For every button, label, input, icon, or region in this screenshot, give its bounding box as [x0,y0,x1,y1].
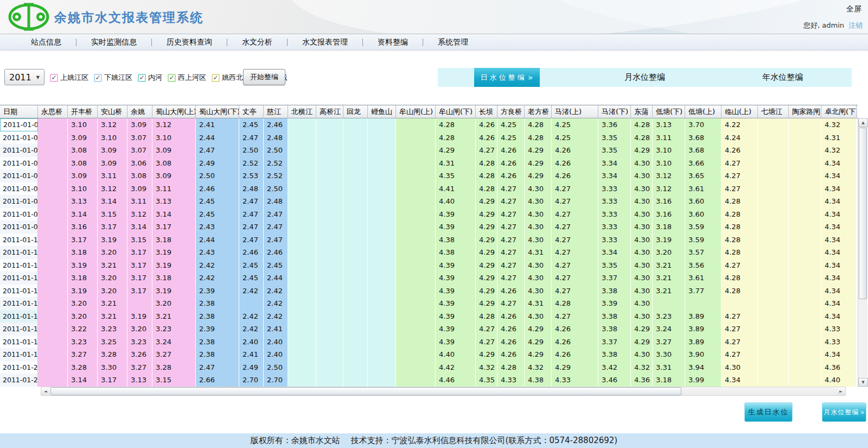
table-cell[interactable]: 3.07 [127,144,152,157]
table-cell[interactable]: 2.42 [264,285,288,298]
table-cell[interactable]: 2.45 [239,259,264,272]
table-cell[interactable]: 4.28 [476,182,497,195]
table-cell[interactable]: 3.10 [68,182,98,195]
table-cell[interactable]: 4.27 [552,285,598,298]
table-cell[interactable] [316,272,343,285]
table-cell[interactable]: 4.26 [552,336,598,349]
table-cell[interactable] [368,208,396,221]
table-cell[interactable]: 3.15 [127,234,152,247]
table-cell[interactable] [722,297,758,310]
table-cell[interactable]: 3.13 [152,195,196,208]
table-cell[interactable] [343,234,368,247]
table-cell[interactable]: 3.20 [127,323,152,336]
table-cell[interactable] [343,182,368,195]
table-cell[interactable] [288,131,316,144]
table-cell[interactable]: 3.35 [598,144,631,157]
table-cell[interactable]: 4.27 [552,272,598,285]
table-cell[interactable]: 4.26 [552,348,598,361]
table-cell[interactable]: 4.28 [476,310,497,323]
table-cell[interactable]: 4.29 [476,348,497,361]
table-cell[interactable] [368,374,396,387]
table-cell[interactable]: 4.39 [436,272,476,285]
table-cell[interactable] [316,220,343,234]
table-cell[interactable]: 4.27 [497,220,525,234]
table-cell[interactable]: 3.37 [598,272,631,285]
table-cell[interactable] [789,234,821,247]
table-cell[interactable]: 4.26 [552,323,598,336]
table-cell[interactable]: 3.68 [685,131,722,144]
table-cell[interactable]: 4.29 [525,144,552,157]
table-cell[interactable]: 3.19 [68,259,98,272]
table-cell[interactable]: 3.16 [653,195,685,208]
table-cell[interactable] [396,246,436,259]
table-cell[interactable]: 4.28 [722,195,758,208]
table-cell[interactable]: 2.38 [196,336,239,349]
table-cell[interactable]: 3.57 [685,246,722,259]
table-cell[interactable]: 3.38 [598,285,631,298]
table-cell[interactable] [343,323,368,336]
table-cell[interactable]: 3.17 [127,246,152,259]
table-cell[interactable]: 2.42 [239,285,264,298]
date-cell[interactable]: 2011-01-01 [0,118,38,131]
table-cell[interactable]: 4.36 [821,361,857,374]
table-cell[interactable]: 3.11 [98,169,127,182]
table-cell[interactable] [789,259,821,272]
table-cell[interactable]: 4.34 [821,348,857,361]
table-cell[interactable]: 4.27 [552,195,598,208]
table-cell[interactable]: 3.17 [127,272,152,285]
table-cell[interactable]: 4.27 [476,336,497,349]
table-cell[interactable]: 4.27 [497,297,525,310]
table-cell[interactable]: 3.34 [598,157,631,170]
monthly-compile-button[interactable]: 月水位整编» [822,402,866,422]
date-cell[interactable]: 2011-01-15 [0,297,38,310]
table-cell[interactable] [758,195,789,208]
table-cell[interactable]: 3.17 [127,285,152,298]
table-cell[interactable]: 4.26 [497,310,525,323]
table-cell[interactable]: 3.38 [598,348,631,361]
table-cell[interactable] [343,131,368,144]
table-cell[interactable] [343,272,368,285]
table-cell[interactable]: 4.27 [722,182,758,195]
table-cell[interactable] [288,246,316,259]
table-cell[interactable]: 4.30 [525,182,552,195]
table-cell[interactable]: 3.33 [598,208,631,221]
table-cell[interactable] [38,285,68,298]
table-cell[interactable] [396,208,436,221]
table-cell[interactable] [316,348,343,361]
table-cell[interactable]: 4.28 [436,131,476,144]
table-cell[interactable]: 4.27 [552,310,598,323]
table-cell[interactable]: 3.28 [98,348,127,361]
table-cell[interactable]: 2.49 [239,361,264,374]
table-cell[interactable] [38,157,68,170]
table-cell[interactable] [368,157,396,170]
table-cell[interactable]: 3.08 [152,157,196,170]
table-cell[interactable]: 3.21 [98,259,127,272]
table-cell[interactable] [368,182,396,195]
region-checkbox[interactable]: ✓ [168,74,176,82]
table-cell[interactable]: 4.27 [722,323,758,336]
table-cell[interactable]: 3.77 [685,285,722,298]
table-cell[interactable]: 4.30 [722,361,758,374]
table-cell[interactable]: 4.35 [476,374,497,387]
table-cell[interactable]: 4.39 [436,336,476,349]
table-cell[interactable]: 4.31 [525,246,552,259]
table-cell[interactable]: 3.27 [152,348,196,361]
table-cell[interactable]: 4.25 [497,118,525,131]
table-cell[interactable]: 4.33 [821,323,857,336]
table-cell[interactable]: 4.34 [821,259,857,272]
table-cell[interactable] [288,118,316,131]
table-cell[interactable] [758,157,789,170]
fullscreen-link[interactable]: 全屏 [846,4,861,14]
table-cell[interactable]: 4.27 [476,144,497,157]
table-cell[interactable] [316,208,343,221]
table-cell[interactable]: 4.39 [436,220,476,234]
table-cell[interactable] [758,336,789,349]
table-cell[interactable]: 3.12 [653,169,685,182]
table-cell[interactable] [789,169,821,182]
date-cell[interactable]: 2011-01-19 [0,348,38,361]
table-cell[interactable]: 2.41 [196,118,239,131]
date-cell[interactable]: 2011-01-21 [0,374,38,387]
date-cell[interactable]: 2011-01-08 [0,208,38,221]
table-cell[interactable] [38,195,68,208]
table-cell[interactable]: 4.31 [436,157,476,170]
